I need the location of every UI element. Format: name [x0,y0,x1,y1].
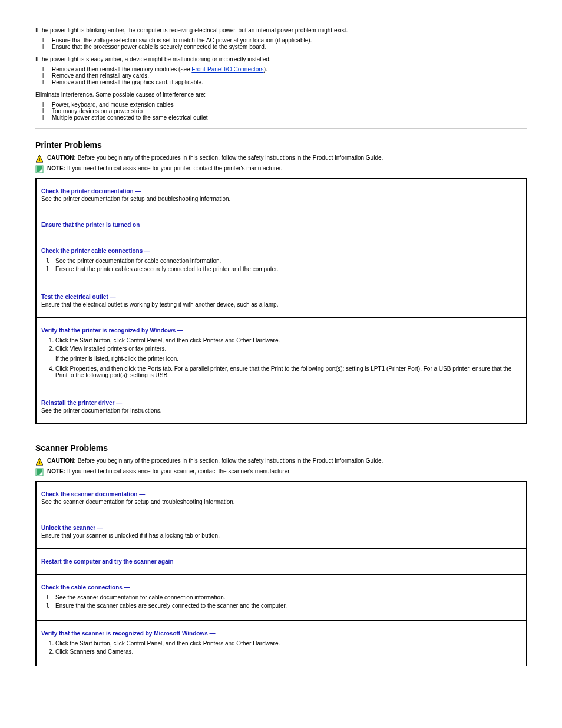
row-heading: Check the cable connections — [41,584,521,591]
list-item: lRemove and then reinstall the graphics … [52,79,527,85]
note-label: NOTE: [47,165,65,172]
row-heading: Verify that the scanner is recognized by… [41,630,521,637]
table-row: Check the cable connections — See the sc… [36,575,527,621]
note-icon [35,468,44,476]
row-heading: Reinstall the printer driver — [41,400,122,406]
row-heading: Ensure that the printer is turned on [41,222,521,228]
row-text: Ensure that the electrical outlet is wor… [41,301,521,308]
intro-line-1: If the power light is blinking amber, th… [35,27,527,34]
list-item: lToo many devices on a power strip [52,108,527,114]
list-item: Ensure that the scanner cables are secur… [55,602,521,609]
row-text: See the printer documentation for setup … [41,196,521,202]
list-item: lEnsure that the voltage selection switc… [52,37,527,44]
caution-label: CAUTION: [47,154,76,161]
list-item: Click the Start button, click Control Pa… [55,640,521,647]
front-panel-link[interactable]: Front-Panel I/O Connectors [191,66,263,73]
list-item: See the scanner documentation for cable … [55,594,521,601]
row-heading: Test the electrical outlet — [41,294,116,300]
note-icon [35,165,44,173]
note-text: If you need technical assistance for you… [67,468,291,475]
divider [35,128,527,129]
note-notice: NOTE: If you need technical assistance f… [35,468,527,476]
caution-notice: ! CAUTION: Before you begin any of the p… [35,154,527,163]
intro-bullets-3: lPower, keyboard, and mouse extension ca… [35,101,527,121]
divider [35,431,527,431]
row-heading: Check the printer documentation — [41,188,521,195]
printer-section-title: Printer Problems [35,140,527,150]
row-text: See the printer documentation for instru… [41,407,521,414]
list-item: lRemove and then reinstall any cards. [52,73,527,79]
intro-bullets-1: lEnsure that the voltage selection switc… [35,37,527,50]
list-item: lEnsure that the processor power cable i… [52,44,527,50]
caution-label: CAUTION: [47,457,76,464]
caution-text: Before you begin any of the procedures i… [78,457,384,464]
scanner-section-title: Scanner Problems [35,443,527,453]
table-row: Reinstall the printer driver — See the p… [36,390,527,424]
row-text: If the printer is listed, right-click th… [55,355,521,362]
table-row: Ensure that the printer is turned on [36,212,527,238]
svg-text:!: ! [39,460,41,465]
row-text: Ensure that your scanner is unlocked if … [41,532,521,539]
list-item: Ensure that the printer cables are secur… [55,266,521,272]
list-item: lMultiple power strips connected to the … [52,114,527,121]
list-item: See the printer documentation for cable … [55,258,521,264]
svg-text:!: ! [39,157,41,162]
caution-notice: ! CAUTION: Before you begin any of the p… [35,457,527,466]
note-notice: NOTE: If you need technical assistance f… [35,165,527,173]
table-row: Unlock the scanner — Ensure that your sc… [36,515,527,549]
list-item: Click Scanners and Cameras. [55,648,521,655]
row-text: See the scanner documentation for setup … [41,499,521,505]
table-row: Restart the computer and try the scanner… [36,549,527,575]
scanner-table: Check the scanner documentation — See th… [35,481,527,666]
list-item: lRemove and then reinstall the memory mo… [52,66,527,73]
table-row: Verify that the printer is recognized by… [36,318,527,390]
row-heading: Restart the computer and try the scanner… [41,558,521,565]
table-row: Check the scanner documentation — See th… [36,482,527,515]
table-row: Check the printer documentation — See th… [36,179,527,212]
table-row: Verify that the scanner is recognized by… [36,621,527,667]
row-heading: Verify that the printer is recognized by… [41,327,521,334]
list-item: Click Properties, and then click the Por… [55,365,521,378]
printer-table: Check the printer documentation — See th… [35,178,527,424]
row-heading: Check the printer cable connections — [41,248,521,254]
table-row: Check the printer cable connections — Se… [36,238,527,284]
intro-line-2: If the power light is steady amber, a de… [35,56,527,62]
row-heading: Unlock the scanner — [41,525,103,531]
list-item: lPower, keyboard, and mouse extension ca… [52,101,527,108]
intro-bullets-2: lRemove and then reinstall the memory mo… [35,66,527,85]
list-item: Click the Start button, click Control Pa… [55,337,521,344]
list-item: Click View installed printers or fax pri… [55,345,521,352]
note-label: NOTE: [47,468,65,475]
caution-text: Before you begin any of the procedures i… [78,154,384,161]
note-text: If you need technical assistance for you… [67,165,282,172]
caution-icon: ! [35,457,44,466]
table-row: Test the electrical outlet — Ensure that… [36,284,527,318]
caution-icon: ! [35,154,44,163]
intro-line-3: Eliminate interference. Some possible ca… [35,91,527,98]
row-heading: Check the scanner documentation — [41,491,145,498]
